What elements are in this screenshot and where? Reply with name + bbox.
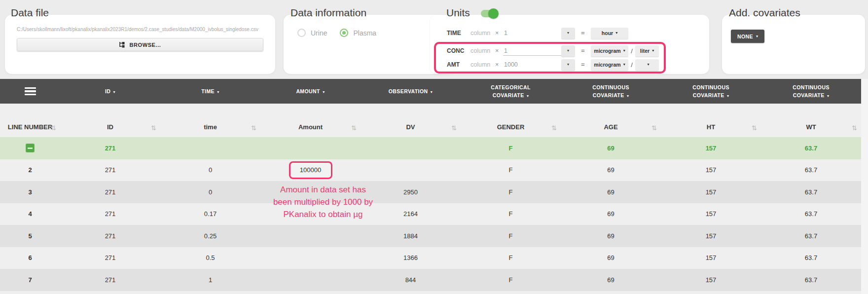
column-type-dropdown[interactable]: AMOUNT ▾ bbox=[260, 79, 361, 104]
table-column-header: LINE NUMBER⇅ID⇅time⇅Amount⇅DV⇅GENDER⇅AGE… bbox=[0, 104, 861, 137]
table-row: 62710.51366F6915763.7 bbox=[0, 247, 861, 269]
collapse-row-button[interactable] bbox=[26, 144, 35, 152]
cell-dv bbox=[361, 137, 461, 159]
cell-dv bbox=[361, 159, 461, 182]
column-type-dropdown[interactable]: OBSERVATION ▾ bbox=[361, 79, 461, 104]
unit-factor-input[interactable]: 1000 bbox=[503, 61, 561, 68]
caret-down-icon: ▾ bbox=[113, 90, 115, 94]
table-row: 22710100000F6915763.7 bbox=[0, 159, 861, 182]
cell-dv: 2164 bbox=[361, 203, 461, 225]
minus-icon bbox=[28, 147, 33, 149]
table-row-partial bbox=[0, 291, 861, 294]
unit-row-label: TIME bbox=[447, 30, 470, 37]
browse-button[interactable]: BROWSE... bbox=[17, 38, 263, 51]
table-row: 72711844F6915763.7 bbox=[0, 269, 861, 291]
table-type-header: ID ▾TIME ▾AMOUNT ▾OBSERVATION ▾CATEGORIC… bbox=[0, 79, 861, 104]
cell-time: 0.17 bbox=[160, 203, 260, 225]
column-header-age: AGE⇅ bbox=[561, 104, 661, 137]
caret-down-icon: ▾ bbox=[615, 31, 617, 35]
caret-down-icon: ▾ bbox=[567, 49, 569, 53]
toggle-knob-icon bbox=[488, 8, 499, 19]
cell-amount bbox=[260, 203, 361, 225]
table-row: 327102950F6915763.7 bbox=[0, 181, 861, 203]
column-select-dropdown[interactable]: ▾ bbox=[561, 45, 575, 57]
cell-wt: 63.7 bbox=[761, 225, 861, 247]
sort-icon[interactable]: ⇅ bbox=[451, 124, 457, 132]
unit-factor-input[interactable]: 1 bbox=[503, 46, 561, 56]
caret-down-icon: ▾ bbox=[323, 90, 325, 94]
per-sign: / bbox=[628, 61, 635, 69]
sort-icon[interactable]: ⇅ bbox=[752, 124, 757, 132]
cell-ht: 157 bbox=[661, 247, 761, 269]
caret-down-icon: ▾ bbox=[627, 94, 629, 98]
cell-id: 271 bbox=[60, 269, 160, 291]
column-word: column bbox=[470, 61, 495, 68]
cell-age: 69 bbox=[561, 203, 661, 225]
data-information-title: Data information bbox=[290, 7, 366, 19]
add-covariates-panel: NONE ▾ bbox=[722, 15, 865, 74]
sort-icon[interactable]: ⇅ bbox=[51, 124, 56, 132]
add-covariates-title: Add. covariates bbox=[729, 7, 800, 19]
sort-icon[interactable]: ⇅ bbox=[551, 124, 557, 132]
covariates-none-dropdown[interactable]: NONE ▾ bbox=[731, 30, 764, 43]
unit-row-time: TIME column × 1 ▾ = hour▾ bbox=[447, 27, 628, 39]
caret-down-icon: ▾ bbox=[527, 94, 529, 98]
caret-down-icon: ▾ bbox=[567, 31, 569, 35]
caret-down-icon: ▾ bbox=[431, 90, 433, 94]
column-header-ht: HT⇅ bbox=[661, 104, 761, 137]
unit-row-conc: CONC column × 1 ▾ = microgram▾ / liter▾ bbox=[447, 45, 659, 57]
cell-id: 271 bbox=[60, 203, 160, 225]
cell-time: 0 bbox=[160, 159, 260, 182]
table-menu-button[interactable] bbox=[0, 79, 60, 104]
time-unit-dropdown[interactable]: hour▾ bbox=[591, 28, 628, 39]
cell-ht: 157 bbox=[661, 225, 761, 247]
cell-id: 271 bbox=[60, 181, 160, 203]
column-type-dropdown[interactable]: CATEGORICAL COVARIATE ▾ bbox=[461, 79, 561, 104]
column-type-dropdown[interactable]: CONTINUOUS COVARIATE ▾ bbox=[561, 79, 661, 104]
cell-age: 69 bbox=[561, 137, 661, 159]
table-row: 52710.251884F6915763.7 bbox=[0, 225, 861, 247]
column-type-dropdown[interactable]: CONTINUOUS COVARIATE ▾ bbox=[661, 79, 761, 104]
sort-icon[interactable]: ⇅ bbox=[151, 124, 156, 132]
cell-gender: F bbox=[461, 269, 561, 291]
browse-button-label: BROWSE... bbox=[129, 42, 161, 48]
caret-down-icon: ▾ bbox=[756, 35, 758, 38]
column-header-wt: WT⇅ bbox=[761, 104, 861, 137]
unit-row-label: CONC bbox=[447, 47, 470, 54]
hamburger-icon bbox=[25, 87, 36, 96]
column-type-dropdown[interactable]: ID ▾ bbox=[60, 79, 160, 104]
caret-down-icon: ▾ bbox=[567, 63, 569, 67]
cell-line bbox=[0, 137, 60, 159]
column-type-dropdown[interactable]: TIME ▾ bbox=[160, 79, 260, 104]
sort-icon[interactable]: ⇅ bbox=[351, 124, 357, 132]
cell-ht: 157 bbox=[661, 269, 761, 291]
cell-ht: 157 bbox=[661, 137, 761, 159]
sample-type-options: UrinePlasma bbox=[297, 29, 376, 37]
cell-ht: 157 bbox=[661, 203, 761, 225]
column-header-line-number: LINE NUMBER⇅ bbox=[0, 104, 60, 137]
sort-icon[interactable]: ⇅ bbox=[852, 124, 857, 132]
column-select-dropdown[interactable]: ▾ bbox=[561, 59, 575, 71]
radio-plasma[interactable]: Plasma bbox=[340, 29, 376, 37]
multiply-sign: × bbox=[495, 30, 503, 37]
data-file-panel: C:/Users/skollmann/lixoft/pkanalix/pkana… bbox=[5, 15, 275, 74]
column-select-dropdown[interactable]: ▾ bbox=[561, 28, 575, 39]
cell-time bbox=[160, 137, 260, 159]
sort-icon[interactable]: ⇅ bbox=[651, 124, 657, 132]
amt-per-unit-dropdown[interactable]: ▾ bbox=[635, 59, 659, 71]
column-type-dropdown[interactable]: CONTINUOUS COVARIATE ▾ bbox=[761, 79, 861, 104]
caret-down-icon: ▾ bbox=[652, 49, 654, 53]
multiply-sign: × bbox=[495, 61, 503, 68]
cell-id: 271 bbox=[60, 137, 160, 159]
units-toggle[interactable] bbox=[481, 10, 497, 17]
cell-amount bbox=[260, 247, 361, 269]
conc-unit-dropdown[interactable]: microgram▾ bbox=[591, 45, 628, 57]
conc-per-unit-dropdown[interactable]: liter▾ bbox=[635, 45, 659, 57]
radio-urine[interactable]: Urine bbox=[297, 29, 327, 37]
cell-gender: F bbox=[461, 247, 561, 269]
vertical-scrollbar[interactable] bbox=[861, 79, 868, 294]
amt-unit-dropdown[interactable]: microgram▾ bbox=[591, 59, 628, 71]
sort-icon[interactable]: ⇅ bbox=[251, 124, 256, 132]
cell-line: 3 bbox=[0, 181, 60, 203]
unit-factor-input[interactable]: 1 bbox=[503, 30, 561, 37]
